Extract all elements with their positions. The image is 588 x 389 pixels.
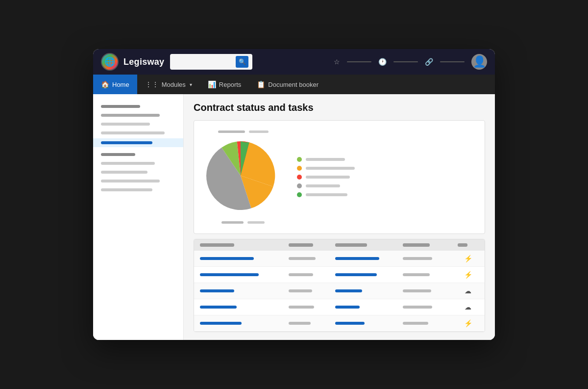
- nav-item-reports[interactable]: 📊 Reports: [200, 75, 249, 94]
- nav-item-modules[interactable]: ⋮⋮ Modules ▾: [137, 75, 200, 94]
- chart-labels-bottom: [221, 221, 265, 224]
- col2-header: [289, 243, 313, 247]
- search-button[interactable]: 🔍: [236, 56, 248, 68]
- legend-item-1: [297, 157, 475, 162]
- app-logo: 🌐: [101, 53, 119, 71]
- header-bar: 🌐 Legisway 🔍 ☆ 🕐 🔗 👤: [93, 49, 495, 75]
- legend-dot-4: [297, 183, 302, 188]
- share-icon[interactable]: 🔗: [425, 58, 433, 66]
- sidebar-item-3[interactable]: [93, 120, 183, 129]
- header-line-1: [347, 61, 371, 62]
- page-title: Contract status and tasks: [194, 102, 485, 113]
- sidebar: [93, 94, 184, 340]
- col1-header: [200, 243, 234, 247]
- row5-action-icon[interactable]: ⚡: [458, 319, 479, 327]
- home-icon: 🏠: [101, 80, 109, 88]
- legend-dot-3: [297, 175, 302, 180]
- chart-legend: [297, 157, 475, 197]
- table-row[interactable]: ⚡: [194, 315, 485, 332]
- legend-dot-1: [297, 157, 302, 162]
- nav-item-document-booker[interactable]: 📋 Document booker: [249, 75, 326, 94]
- legend-label-1: [306, 158, 345, 161]
- favorites-icon[interactable]: ☆: [334, 58, 340, 66]
- col5-header: [458, 243, 467, 247]
- table-row[interactable]: ☁: [194, 283, 485, 299]
- sidebar-item-10[interactable]: [93, 185, 183, 194]
- pie-svg: [204, 139, 277, 212]
- search-icon: 🔍: [239, 58, 246, 65]
- legend-label-4: [306, 184, 340, 187]
- sidebar-item-8[interactable]: [93, 168, 183, 177]
- nav-label-document-booker: Document booker: [268, 81, 318, 88]
- nav-item-home[interactable]: 🏠 Home: [93, 75, 137, 94]
- table-row[interactable]: ⚡: [194, 267, 485, 283]
- search-area[interactable]: 🔍: [170, 54, 252, 70]
- navbar: 🏠 Home ⋮⋮ Modules ▾ 📊 Reports 📋 Document…: [93, 75, 495, 94]
- sidebar-item-7[interactable]: [93, 159, 183, 168]
- sidebar-item-5-highlighted[interactable]: [93, 138, 183, 147]
- nav-label-modules: Modules: [162, 81, 186, 88]
- reports-icon: 📊: [208, 80, 216, 88]
- legend-item-5: [297, 192, 475, 197]
- chart-card: [194, 120, 485, 234]
- sidebar-item-6[interactable]: [93, 150, 183, 159]
- sidebar-item-9[interactable]: [93, 177, 183, 185]
- legend-label-2: [306, 167, 355, 170]
- row2-action-icon[interactable]: ⚡: [458, 271, 479, 279]
- table-header: [194, 239, 485, 251]
- legend-item-2: [297, 166, 475, 171]
- legend-label-3: [306, 176, 350, 179]
- modules-icon: ⋮⋮: [145, 80, 159, 88]
- header-actions: ☆ 🕐 🔗 👤: [334, 54, 487, 70]
- table-card: ⚡ ⚡ ☁: [194, 239, 485, 332]
- col3-header: [335, 243, 367, 247]
- table-row[interactable]: ⚡: [194, 251, 485, 267]
- search-input[interactable]: [174, 58, 233, 65]
- chart-labels-top: [218, 130, 269, 133]
- document-icon: 📋: [257, 80, 265, 88]
- nav-label-reports: Reports: [219, 81, 242, 88]
- sidebar-item-4[interactable]: [93, 129, 183, 137]
- content-wrapper: Contract status and tasks: [93, 94, 495, 340]
- sidebar-item-1[interactable]: [93, 102, 183, 111]
- user-avatar[interactable]: 👤: [471, 54, 487, 70]
- row4-action-icon[interactable]: ☁: [458, 303, 479, 311]
- pie-chart: [204, 139, 282, 217]
- sidebar-item-2[interactable]: [93, 111, 183, 120]
- main-panel: Contract status and tasks: [184, 94, 495, 340]
- table-row[interactable]: ☁: [194, 299, 485, 315]
- modules-caret: ▾: [190, 82, 192, 87]
- legend-item-4: [297, 183, 475, 188]
- nav-label-home: Home: [112, 81, 129, 88]
- header-line-3: [440, 61, 465, 62]
- legend-dot-2: [297, 166, 302, 171]
- row1-action-icon[interactable]: ⚡: [458, 255, 479, 262]
- app-title: Legisway: [123, 57, 164, 67]
- browser-window: 🌐 Legisway 🔍 ☆ 🕐 🔗 👤 🏠 Home: [93, 49, 495, 340]
- legend-item-3: [297, 175, 475, 180]
- header-line-2: [393, 61, 418, 62]
- row3-action-icon[interactable]: ☁: [458, 287, 479, 295]
- legend-dot-5: [297, 192, 302, 197]
- col4-header: [403, 243, 430, 247]
- history-icon[interactable]: 🕐: [378, 58, 387, 66]
- logo-area[interactable]: 🌐 Legisway: [101, 53, 164, 71]
- legend-label-5: [306, 193, 347, 196]
